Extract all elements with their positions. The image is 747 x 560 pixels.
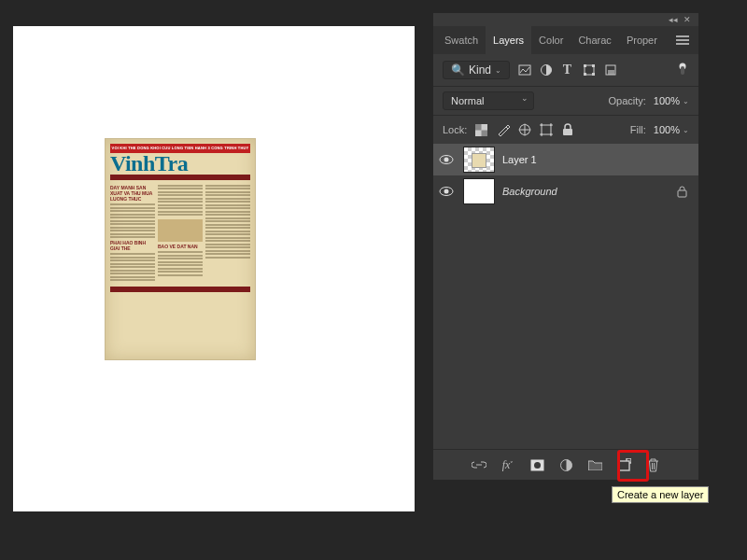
svg-rect-3 [584, 64, 586, 67]
svg-point-19 [444, 189, 449, 194]
layer-name[interactable]: Layer 1 [502, 154, 537, 165]
tab-properties[interactable]: Proper [619, 26, 665, 54]
filter-smart-icon[interactable] [603, 63, 617, 77]
add-mask-icon[interactable] [529, 456, 545, 473]
layers-panel: ◂◂ ✕ Swatch Layers Color Charac Proper 🔍… [433, 13, 698, 480]
panel-close-icon[interactable]: ✕ [684, 15, 691, 24]
svg-rect-15 [563, 129, 572, 135]
canvas-area[interactable]: VOI KHI THE DONG KHOI CUU LONG TIEN HANH… [13, 26, 415, 511]
svg-rect-14 [542, 125, 551, 134]
link-layers-icon[interactable] [471, 456, 487, 473]
svg-rect-5 [584, 73, 586, 76]
layers-list: Layer 1 Background [433, 144, 698, 449]
tab-character[interactable]: Charac [571, 26, 618, 54]
lock-transparency-icon[interactable] [474, 123, 488, 137]
svg-point-22 [534, 462, 541, 469]
tooltip: Create a new layer [612, 486, 709, 503]
svg-rect-13 [482, 130, 488, 136]
filter-adjustment-icon[interactable] [539, 63, 553, 77]
opacity-label: Opacity: [609, 95, 646, 106]
filter-kind-label: Kind [469, 63, 491, 77]
fill-label: Fill: [630, 124, 646, 135]
filter-toggle-icon[interactable] [675, 63, 689, 77]
filter-pixel-icon[interactable] [517, 63, 531, 77]
layer-thumbnail[interactable] [463, 178, 495, 204]
lock-icon[interactable] [677, 186, 687, 198]
layer-row[interactable]: Background [433, 175, 698, 207]
new-layer-icon[interactable] [615, 456, 632, 473]
blend-mode-dropdown[interactable]: Normal [443, 91, 534, 110]
svg-point-17 [444, 158, 449, 162]
blend-row: Normal Opacity: 100%⌄ [433, 86, 698, 115]
svg-rect-24 [618, 461, 629, 470]
opacity-value[interactable]: 100%⌄ [654, 95, 689, 106]
tab-color[interactable]: Color [531, 26, 571, 54]
layer-effects-icon[interactable]: fx˅ [500, 456, 516, 473]
panel-menu-icon[interactable] [670, 30, 695, 50]
layers-panel-footer: fx˅ [433, 449, 698, 480]
delete-layer-icon[interactable] [644, 456, 661, 473]
layer-thumbnail[interactable] [463, 147, 495, 173]
newspaper-photo [158, 219, 203, 242]
search-icon: 🔍 [451, 63, 465, 77]
newspaper-headline: DAY MANH SAN XUAT VA THU MUA LUONG THUC [110, 185, 155, 202]
filter-type-icon[interactable]: T [560, 63, 574, 77]
panel-tabs: Swatch Layers Color Charac Proper [433, 26, 698, 54]
lock-all-icon[interactable] [560, 123, 574, 137]
svg-rect-6 [592, 73, 595, 76]
svg-rect-8 [608, 70, 614, 75]
fill-value[interactable]: 100%⌄ [654, 124, 689, 135]
adjustment-layer-icon[interactable] [557, 456, 574, 473]
filter-kind-dropdown[interactable]: 🔍 Kind ⌄ [443, 61, 510, 79]
lock-position-icon[interactable] [517, 123, 531, 137]
tab-swatches[interactable]: Swatch [437, 26, 486, 54]
svg-rect-10 [681, 66, 684, 75]
svg-rect-0 [519, 65, 530, 75]
svg-rect-20 [678, 190, 686, 197]
new-group-icon[interactable] [586, 456, 603, 473]
layer-name[interactable]: Background [502, 186, 557, 197]
lock-pixels-icon[interactable] [496, 123, 510, 137]
visibility-toggle-icon[interactable] [439, 186, 456, 197]
document-newspaper: VOI KHI THE DONG KHOI CUU LONG TIEN HANH… [105, 138, 256, 360]
newspaper-footer-bar [110, 287, 250, 292]
newspaper-masthead: VinhTra [110, 153, 250, 174]
layer-row[interactable]: Layer 1 [433, 144, 698, 175]
svg-rect-12 [475, 124, 482, 131]
panel-collapse-icon[interactable]: ◂◂ [669, 15, 678, 24]
newspaper-headline: BAO VE DAT NAN [158, 244, 203, 249]
layer-filter-row: 🔍 Kind ⌄ T [433, 54, 698, 86]
tab-layers[interactable]: Layers [486, 26, 531, 54]
visibility-toggle-icon[interactable] [439, 154, 456, 165]
lock-artboard-icon[interactable] [539, 123, 553, 137]
svg-rect-4 [592, 64, 595, 67]
lock-row: Lock: Fill: 100%⌄ [433, 115, 698, 144]
newspaper-headline: PHAI HAO BINH GIAI THE [110, 240, 155, 251]
filter-shape-icon[interactable] [582, 63, 596, 77]
lock-label: Lock: [443, 124, 467, 135]
